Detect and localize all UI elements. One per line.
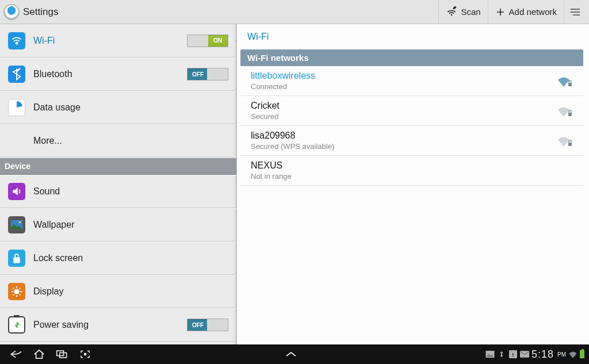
battery-tray-icon — [580, 350, 584, 358]
sound-icon — [8, 183, 25, 200]
bluetooth-toggle[interactable]: OFF — [187, 68, 228, 81]
wifi-network-item[interactable]: NEXUS Not in range — [240, 156, 583, 186]
back-icon — [9, 349, 23, 359]
data-usage-icon — [8, 99, 25, 116]
recent-icon — [56, 350, 68, 359]
scan-label: Scan — [461, 7, 480, 17]
lock-label: Lock screen — [33, 253, 228, 263]
network-ssid: Cricket — [251, 101, 557, 111]
more-label: More... — [33, 136, 228, 146]
sidebar-item-bluetooth[interactable]: Bluetooth OFF — [0, 58, 236, 91]
mail-tray-icon — [520, 350, 529, 358]
home-icon — [33, 349, 45, 359]
signal-icon — [557, 75, 573, 87]
add-network-button[interactable]: Add network — [488, 0, 564, 24]
wifi-networks-header: Wi-Fi networks — [240, 49, 583, 66]
wifi-icon — [8, 32, 25, 49]
image-tray-icon — [485, 350, 495, 358]
wifi-network-item[interactable]: Cricket Secured — [240, 96, 583, 126]
add-network-label: Add network — [509, 7, 557, 17]
svg-rect-8 — [568, 143, 572, 146]
plus-icon — [495, 7, 506, 17]
sidebar-item-lock-screen[interactable]: Lock screen — [0, 242, 236, 275]
svg-point-0 — [451, 14, 453, 16]
overflow-menu-button[interactable] — [564, 0, 586, 24]
sound-label: Sound — [33, 186, 228, 197]
svg-rect-15 — [520, 351, 529, 358]
signal-icon — [557, 135, 573, 147]
wifi-network-item[interactable]: lisa209968 Secured (WPS available) — [240, 126, 583, 156]
svg-point-5 — [14, 289, 19, 294]
system-navbar: ! 5:18 PM — [0, 344, 589, 364]
sidebar-item-more[interactable]: More... — [0, 124, 236, 158]
chevron-up-icon — [284, 351, 298, 358]
power-saving-toggle[interactable]: OFF — [187, 319, 228, 331]
home-button[interactable] — [28, 344, 51, 364]
section-header-device: Device — [0, 158, 236, 175]
sync-tray-icon — [497, 350, 506, 358]
lock-icon — [8, 250, 25, 267]
detail-title: Wi-Fi — [237, 24, 587, 49]
svg-rect-7 — [568, 113, 572, 116]
wifi-network-list: littleboxwireless Connected Cricket Secu… — [237, 66, 587, 186]
sidebar-item-data-usage[interactable]: Data usage — [0, 91, 236, 124]
menu-icon — [569, 7, 581, 17]
network-ssid: littleboxwireless — [251, 71, 557, 81]
wifi-label: Wi-Fi — [33, 36, 187, 46]
wallpaper-icon — [8, 216, 25, 233]
screenshot-icon — [79, 350, 91, 359]
status-tray[interactable]: ! 5:18 PM — [485, 348, 584, 361]
network-status: Secured (WPS available) — [251, 142, 557, 151]
svg-point-3 — [19, 221, 21, 224]
wifi-network-item[interactable]: littleboxwireless Connected — [240, 66, 583, 96]
wallpaper-label: Wallpaper — [33, 220, 228, 230]
app-title: Settings — [23, 6, 58, 18]
status-ampm: PM — [557, 351, 566, 358]
scan-button[interactable]: Scan — [438, 0, 487, 24]
scan-icon — [446, 6, 457, 18]
wifi-toggle[interactable]: ON — [187, 35, 228, 47]
power-saving-label: Power saving — [33, 320, 187, 330]
sidebar-item-wallpaper[interactable]: Wallpaper — [0, 208, 236, 242]
status-clock: 5:18 — [531, 348, 554, 361]
svg-rect-4 — [13, 258, 20, 263]
svg-text:!: ! — [512, 351, 514, 358]
display-icon — [8, 283, 25, 300]
data-usage-label: Data usage — [33, 102, 228, 113]
settings-app-icon — [3, 4, 20, 20]
network-status: Connected — [251, 82, 557, 91]
svg-rect-6 — [568, 83, 572, 86]
svg-point-11 — [84, 353, 86, 355]
sidebar-item-wifi[interactable]: Wi-Fi ON — [0, 24, 236, 58]
alert-tray-icon: ! — [508, 350, 518, 358]
power-saving-icon — [8, 316, 25, 334]
sidebar-item-power-saving[interactable]: Power saving OFF — [0, 308, 236, 342]
back-button[interactable] — [5, 344, 28, 364]
bluetooth-label: Bluetooth — [33, 69, 187, 79]
settings-list: Wi-Fi ON Bluetooth OFF Data usage More..… — [0, 24, 237, 344]
signal-icon — [557, 105, 573, 117]
sidebar-item-display[interactable]: Display — [0, 275, 236, 308]
network-ssid: NEXUS — [251, 160, 573, 171]
network-status: Not in range — [251, 172, 573, 181]
sidebar-item-sound[interactable]: Sound — [0, 175, 236, 208]
screenshot-button[interactable] — [74, 344, 97, 364]
network-ssid: lisa209968 — [251, 131, 557, 141]
detail-pane: Wi-Fi Wi-Fi networks littleboxwireless C… — [237, 24, 589, 344]
display-label: Display — [33, 286, 228, 297]
network-status: Secured — [251, 112, 557, 121]
svg-point-1 — [16, 42, 18, 44]
bluetooth-icon — [8, 66, 25, 83]
expand-handle[interactable] — [280, 351, 303, 358]
wifi-tray-icon — [568, 350, 577, 358]
recent-apps-button[interactable] — [51, 344, 74, 364]
